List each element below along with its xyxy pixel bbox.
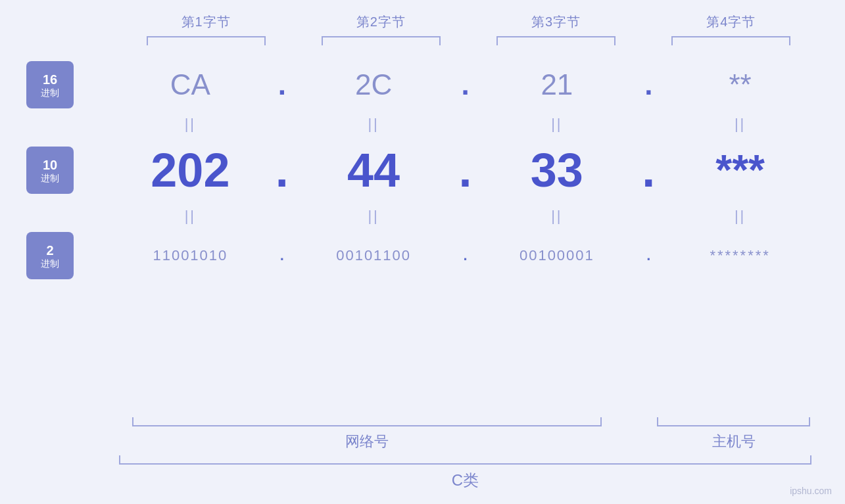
eq-3: || xyxy=(479,116,636,133)
dec-cell-2: 44 xyxy=(295,143,452,197)
bracket-top-3 xyxy=(496,36,616,45)
dec-dot-1: . xyxy=(269,143,295,197)
eq2-2: || xyxy=(295,208,452,225)
col-header-byte3: 第3字节 xyxy=(469,13,644,31)
bin-cell-3: 00100001 xyxy=(479,247,636,264)
bin-data-row: 11001010 . 00101100 . 00100001 . xyxy=(112,229,819,282)
hex-dot-1: . xyxy=(269,68,295,101)
host-label: 主机号 xyxy=(712,432,756,451)
eq-4: || xyxy=(662,116,819,133)
bin-dot-1: . xyxy=(269,247,295,264)
class-label: C类 xyxy=(452,470,479,491)
eq2-1: || xyxy=(112,208,269,225)
network-label: 网络号 xyxy=(345,432,389,451)
dec-data-row: 202 . 44 . 33 . *** xyxy=(112,137,819,203)
dec-label: 10 进制 xyxy=(26,147,74,194)
row-labels-column: 16 进制 10 进制 2 进制 xyxy=(26,58,112,416)
bin-cell-2: 00101100 xyxy=(295,247,452,264)
column-headers: 第1字节 第2字节 第3字节 第4字节 xyxy=(118,13,819,31)
dec-cell-3: 33 xyxy=(479,143,636,197)
top-brackets xyxy=(118,36,819,45)
eq-row-2: || || || || xyxy=(112,203,819,229)
eq-row-1: || || || || xyxy=(112,111,819,137)
eq2-3: || xyxy=(479,208,636,225)
col-header-byte2: 第2字节 xyxy=(293,13,468,31)
bracket-top-1 xyxy=(147,36,266,45)
network-bracket-line xyxy=(132,417,602,426)
eq-2: || xyxy=(295,116,452,133)
dec-cell-1: 202 xyxy=(112,143,269,197)
watermark: ipshu.com xyxy=(790,486,832,496)
hex-cell-2: 2C xyxy=(295,68,452,101)
dec-cell-4: *** xyxy=(662,146,819,195)
hex-data-row: CA . 2C . 21 . ** xyxy=(112,58,819,111)
bin-cell-4: ******** xyxy=(662,247,819,264)
class-bracket-line xyxy=(119,455,812,465)
class-section: C类 xyxy=(112,455,819,491)
hex-dot-3: . xyxy=(635,68,662,101)
dec-dot-2: . xyxy=(452,143,479,197)
bottom-brackets-row: 网络号 主机号 xyxy=(112,417,819,451)
bracket-byte3 xyxy=(469,36,644,45)
hex-label: 16 进制 xyxy=(26,61,74,108)
network-bracket: 网络号 xyxy=(112,417,622,451)
bracket-top-2 xyxy=(322,36,441,45)
host-bracket-line xyxy=(657,417,810,426)
host-bracket: 主机号 xyxy=(648,417,819,451)
bracket-top-4 xyxy=(671,36,790,45)
bracket-byte4 xyxy=(644,36,819,45)
hex-cell-4: ** xyxy=(662,68,819,101)
eq-1: || xyxy=(112,116,269,133)
hex-dot-2: . xyxy=(452,68,479,101)
bracket-byte2 xyxy=(293,36,468,45)
eq2-4: || xyxy=(662,208,819,225)
data-grid: CA . 2C . 21 . ** xyxy=(112,58,819,416)
bin-dot-3: . xyxy=(635,247,662,264)
dec-dot-3: . xyxy=(635,143,662,197)
bin-dot-2: . xyxy=(452,247,479,264)
bin-cell-1: 11001010 xyxy=(112,247,269,264)
bracket-byte1 xyxy=(118,36,293,45)
col-header-byte1: 第1字节 xyxy=(118,13,293,31)
main-container: 第1字节 第2字节 第3字节 第4字节 16 进制 xyxy=(0,0,845,504)
hex-cell-3: 21 xyxy=(479,68,636,101)
col-header-byte4: 第4字节 xyxy=(644,13,819,31)
hex-cell-1: CA xyxy=(112,68,269,101)
bin-label: 2 进制 xyxy=(26,232,74,279)
